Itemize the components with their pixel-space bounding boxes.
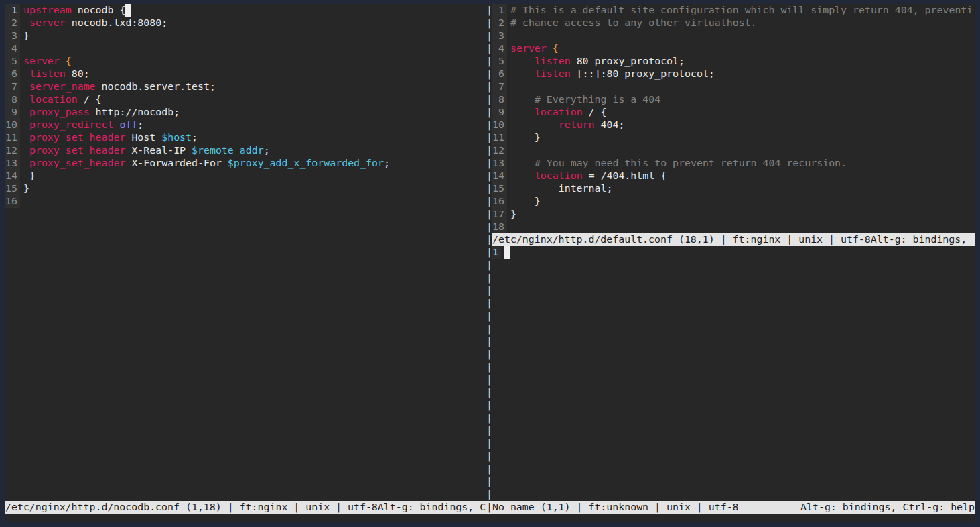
code-line: } bbox=[510, 195, 541, 208]
code-line: proxy_redirect off; bbox=[23, 119, 143, 131]
code-line: } bbox=[23, 30, 29, 42]
default-line-14[interactable]: 14 location = /404.html { bbox=[492, 170, 975, 182]
divider-glyph: | bbox=[486, 272, 492, 284]
nocodb-line-7[interactable]: 7 server_name nocodb.server.test; bbox=[5, 80, 486, 93]
divider-glyph: | bbox=[486, 30, 492, 42]
code-line: location / { bbox=[23, 93, 102, 106]
pane-nocodb-conf[interactable]: 1upstream nocodb {2 server nocodb.lxd:80… bbox=[5, 4, 486, 501]
divider-glyph: | bbox=[486, 386, 492, 399]
line-number: 17 bbox=[492, 208, 507, 221]
noname-line-1[interactable]: 1 bbox=[492, 246, 975, 259]
code-line: location = /404.html { bbox=[510, 170, 667, 182]
divider-glyph: | bbox=[486, 323, 492, 335]
nocodb-line-4[interactable]: 4 bbox=[5, 42, 486, 55]
line-number: 2 bbox=[5, 17, 20, 30]
line-number: 14 bbox=[492, 170, 507, 182]
nocodb-line-5[interactable]: 5server { bbox=[5, 55, 486, 68]
divider-glyph: | bbox=[486, 157, 492, 170]
divider-glyph: | bbox=[486, 450, 492, 463]
default-line-2[interactable]: 2# chance access to any other virtualhos… bbox=[492, 17, 975, 30]
divider-glyph: | bbox=[486, 42, 492, 55]
nocodb-line-6[interactable]: 6 listen 80; bbox=[5, 68, 486, 80]
line-number: 3 bbox=[5, 30, 20, 42]
nocodb-line-12[interactable]: 12 proxy_set_header X-Real-IP $remote_ad… bbox=[5, 144, 486, 157]
nocodb-line-13[interactable]: 13 proxy_set_header X-Forwarded-For $pro… bbox=[5, 157, 486, 170]
nocodb-line-1[interactable]: 1upstream nocodb { bbox=[5, 4, 486, 17]
statusbar-bottom-row: /etc/nginx/http.d/nocodb.conf (1,18) | f… bbox=[5, 501, 975, 514]
default-line-13[interactable]: 13 # You may need this to prevent return… bbox=[492, 157, 975, 170]
default-line-10[interactable]: 10 return 404; bbox=[492, 119, 975, 131]
nocodb-line-11[interactable]: 11 proxy_set_header Host $host; bbox=[5, 131, 486, 144]
default-line-16[interactable]: 16 } bbox=[492, 195, 975, 208]
default-line-17[interactable]: 17} bbox=[492, 208, 975, 221]
code-line: listen [::]:80 proxy_protocol; bbox=[510, 68, 715, 80]
code-line bbox=[504, 246, 510, 259]
code-line: location / { bbox=[510, 106, 606, 119]
default-line-8[interactable]: 8 # Everything is a 404 bbox=[492, 93, 975, 106]
nocodb-line-9[interactable]: 9 proxy_pass http://nocodb; bbox=[5, 106, 486, 119]
code-line: server nocodb.lxd:8080; bbox=[23, 17, 167, 30]
divider-glyph: | bbox=[486, 182, 492, 195]
code-line: # This is a default site configuration w… bbox=[510, 4, 973, 17]
text-cursor bbox=[504, 246, 510, 259]
terminal-screen: 1upstream nocodb {2 server nocodb.lxd:80… bbox=[0, 0, 980, 527]
divider-glyph: | bbox=[486, 119, 492, 131]
vertical-split-divider: ||||||||||||||||||||||||||||||||||||||| bbox=[486, 4, 492, 501]
line-number: 1 bbox=[5, 4, 20, 17]
default-line-5[interactable]: 5 listen 80 proxy_protocol; bbox=[492, 55, 975, 68]
divider-glyph: | bbox=[486, 259, 492, 272]
divider-glyph: | bbox=[486, 310, 492, 323]
default-line-6[interactable]: 6 listen [::]:80 proxy_protocol; bbox=[492, 68, 975, 80]
default-line-1[interactable]: 1# This is a default site configuration … bbox=[492, 4, 975, 17]
code-line: # Everything is a 404 bbox=[510, 93, 660, 106]
nocodb-line-3[interactable]: 3} bbox=[5, 30, 486, 42]
code-line: # You may need this to prevent return 40… bbox=[510, 157, 847, 170]
default-line-12[interactable]: 12 bbox=[492, 144, 975, 157]
line-number: 6 bbox=[5, 68, 20, 80]
nocodb-line-2[interactable]: 2 server nocodb.lxd:8080; bbox=[5, 17, 486, 30]
divider-glyph: | bbox=[486, 80, 492, 93]
nocodb-line-14[interactable]: 14 } bbox=[5, 170, 486, 182]
divider-glyph: | bbox=[486, 233, 492, 246]
divider-glyph: | bbox=[486, 412, 492, 424]
code-line: server { bbox=[510, 42, 559, 55]
nocodb-line-16[interactable]: 16 bbox=[5, 195, 486, 208]
code-line: } bbox=[510, 208, 516, 221]
line-number: 8 bbox=[492, 93, 507, 106]
nocodb-line-8[interactable]: 8 location / { bbox=[5, 93, 486, 106]
code-line: listen 80 proxy_protocol; bbox=[510, 55, 685, 68]
default-line-11[interactable]: 11 } bbox=[492, 131, 975, 144]
statusbar-no-name: No name (1,1) | ft:unknown | unix | utf-… bbox=[492, 501, 975, 514]
line-number: 13 bbox=[492, 157, 507, 170]
divider-glyph: | bbox=[486, 55, 492, 68]
default-line-3[interactable]: 3 bbox=[492, 30, 975, 42]
line-number: 4 bbox=[492, 42, 507, 55]
default-line-4[interactable]: 4server { bbox=[492, 42, 975, 55]
code-line: listen 80; bbox=[23, 68, 90, 80]
code-line: return 404; bbox=[510, 119, 624, 131]
pane-no-name[interactable]: 1 bbox=[492, 246, 975, 501]
line-number: 2 bbox=[492, 17, 507, 30]
line-number: 10 bbox=[492, 119, 507, 131]
code-line: internal; bbox=[510, 182, 612, 195]
default-line-15[interactable]: 15 internal; bbox=[492, 182, 975, 195]
command-line[interactable] bbox=[5, 514, 975, 522]
statusbar-nocodb-conf: /etc/nginx/http.d/nocodb.conf (1,18) | f… bbox=[5, 501, 486, 514]
line-number: 4 bbox=[5, 42, 20, 55]
pane-default-conf[interactable]: 1# This is a default site configuration … bbox=[492, 4, 975, 233]
divider-glyph: | bbox=[486, 17, 492, 30]
default-line-18[interactable]: 18 bbox=[492, 221, 975, 233]
divider-glyph: | bbox=[486, 297, 492, 310]
divider-glyph: | bbox=[486, 399, 492, 412]
nocodb-line-10[interactable]: 10 proxy_redirect off; bbox=[5, 119, 486, 131]
nocodb-line-15[interactable]: 15} bbox=[5, 182, 486, 195]
code-line: proxy_pass http://nocodb; bbox=[23, 106, 180, 119]
code-line: # chance access to any other virtualhost… bbox=[510, 17, 757, 30]
default-line-7[interactable]: 7 bbox=[492, 80, 975, 93]
divider-glyph: | bbox=[486, 437, 492, 450]
statusbar-divider-glyph: | bbox=[486, 501, 492, 514]
line-number: 16 bbox=[5, 195, 20, 208]
editor-content: 1upstream nocodb {2 server nocodb.lxd:80… bbox=[5, 4, 975, 522]
divider-glyph: | bbox=[486, 246, 492, 259]
default-line-9[interactable]: 9 location / { bbox=[492, 106, 975, 119]
